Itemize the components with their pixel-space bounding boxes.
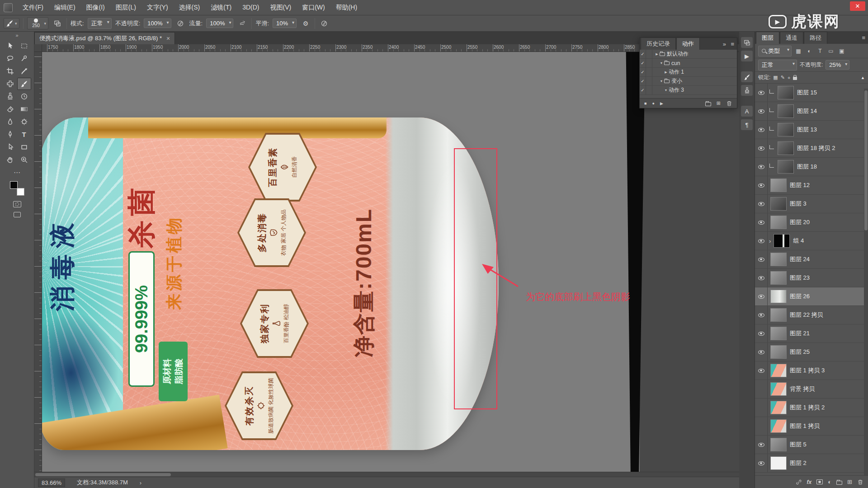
hand-tool[interactable]	[3, 154, 17, 166]
group-chevron-icon[interactable]: ›	[769, 238, 771, 244]
brush-settings-panel-icon[interactable]	[741, 71, 753, 82]
layer-name[interactable]: 图层 22 拷贝	[790, 311, 865, 319]
link-layers-icon[interactable]	[796, 479, 802, 485]
menu-item[interactable]: 3D(D)	[237, 0, 264, 15]
panel-menu-icon[interactable]: ≡	[731, 41, 734, 47]
layer-row[interactable]: › 图层 13	[755, 121, 868, 139]
menu-item[interactable]: 文字(Y)	[142, 0, 174, 15]
chevron-icon[interactable]: ▼	[663, 89, 669, 92]
layer-name[interactable]: 组 4	[793, 237, 865, 245]
delete-action-icon[interactable]	[726, 100, 732, 107]
character-panel-icon[interactable]: A	[741, 106, 753, 117]
layer-name[interactable]: 背景 拷贝	[790, 385, 865, 393]
layer-thumbnail[interactable]	[778, 160, 794, 174]
action-row[interactable]: ✓ ▼ 变小	[640, 77, 737, 86]
layer-thumbnail[interactable]	[774, 234, 790, 248]
layer-name[interactable]: 图层 1 拷贝 2	[790, 404, 865, 412]
dialog-toggle[interactable]	[646, 77, 652, 85]
new-set-icon[interactable]	[705, 102, 711, 106]
visibility-toggle[interactable]	[755, 250, 768, 268]
panel-collapse-icon[interactable]: »	[723, 41, 726, 47]
action-row[interactable]: ✓ ▼ cun	[640, 59, 737, 68]
layer-thumbnail[interactable]	[770, 382, 787, 396]
visibility-toggle[interactable]	[755, 324, 768, 343]
visibility-toggle[interactable]	[755, 232, 768, 250]
new-layer-icon[interactable]: ⊞	[847, 479, 852, 485]
layer-row[interactable]: › 图层 1 拷贝 2	[755, 399, 868, 417]
layer-thumbnail[interactable]	[770, 271, 787, 285]
stop-icon[interactable]: ■	[644, 101, 646, 106]
zoom-level-field[interactable]: 83.66%	[38, 479, 65, 487]
menu-item[interactable]: 帮助(H)	[330, 0, 363, 15]
visibility-toggle[interactable]	[755, 436, 768, 454]
visibility-toggle[interactable]	[755, 102, 768, 120]
layer-row[interactable]: › 图层 22 拷贝	[755, 306, 868, 324]
chevron-icon[interactable]: ▶	[654, 52, 660, 56]
layer-row[interactable]: › 图层 23	[755, 269, 868, 287]
layer-row[interactable]: › 组 4	[755, 232, 868, 250]
layer-row[interactable]: › 图层 25	[755, 343, 868, 361]
document-tab[interactable]: 便携式消毒液.psd @ 83.7% (图层 26, RGB/8) * ×	[34, 32, 175, 44]
visibility-toggle[interactable]	[755, 287, 768, 305]
layer-row[interactable]: › 图层 18 拷贝 2	[755, 139, 868, 158]
tab-actions[interactable]: 动作	[676, 38, 700, 50]
layer-thumbnail[interactable]	[770, 308, 787, 322]
foreground-color-swatch[interactable]	[10, 181, 18, 189]
layer-row[interactable]: › 图层 26	[755, 287, 868, 306]
brush-tool[interactable]	[17, 78, 31, 90]
layer-name[interactable]: 图层 1 拷贝	[790, 422, 865, 430]
check-icon[interactable]: ✓	[640, 59, 646, 67]
layer-name[interactable]: 图层 15	[797, 89, 865, 97]
layer-thumbnail[interactable]	[770, 401, 787, 414]
filter-type-select[interactable]: 类型	[758, 46, 792, 56]
move-tool[interactable]	[3, 40, 17, 52]
lock-transparency-icon[interactable]: ▦	[773, 75, 778, 80]
pressure-size-icon[interactable]	[319, 18, 330, 29]
layer-thumbnail[interactable]	[778, 141, 794, 155]
color-swatches[interactable]	[9, 180, 26, 197]
layers-scrollbar-thumb[interactable]	[864, 90, 868, 230]
layer-row[interactable]: › 图层 1 拷贝 3	[755, 361, 868, 380]
tab-history[interactable]: 历史记录	[641, 38, 676, 50]
visibility-toggle[interactable]	[755, 269, 768, 287]
dialog-toggle[interactable]	[646, 68, 652, 76]
layer-name[interactable]: 图层 2	[790, 459, 865, 467]
visibility-toggle[interactable]	[755, 343, 768, 361]
history-brush-tool[interactable]	[17, 90, 31, 103]
layer-row[interactable]: › 图层 2	[755, 454, 868, 473]
layer-row[interactable]: › 图层 1 拷贝	[755, 417, 868, 436]
chevron-icon[interactable]: ▼	[659, 61, 664, 65]
tab-close-icon[interactable]: ×	[166, 35, 170, 42]
tab-channels[interactable]: 通道	[780, 32, 803, 44]
check-icon[interactable]: ✓	[640, 68, 646, 76]
layer-thumbnail[interactable]	[770, 364, 787, 377]
tab-layers[interactable]: 图层	[756, 32, 779, 44]
visibility-toggle[interactable]	[755, 213, 768, 231]
visibility-toggle[interactable]	[755, 176, 768, 194]
layer-row[interactable]: › 图层 21	[755, 324, 868, 343]
visibility-toggle[interactable]	[755, 306, 768, 324]
blur-tool[interactable]	[3, 116, 17, 128]
layer-name[interactable]: 图层 12	[790, 181, 863, 189]
zoom-tool[interactable]	[17, 154, 31, 166]
layers-scrollbar[interactable]	[864, 89, 868, 475]
layer-name[interactable]: 图层 21	[790, 329, 865, 338]
layer-row[interactable]: › 图层 18	[755, 158, 868, 176]
layer-name[interactable]: 图层 23	[790, 274, 865, 282]
filter-adjustment-icon[interactable]: ◐	[805, 48, 813, 54]
blend-mode-select[interactable]: 正常	[88, 18, 112, 29]
layer-name[interactable]: 图层 18 拷贝 2	[797, 144, 865, 152]
opacity-select[interactable]: 100%	[144, 19, 171, 28]
smoothing-select[interactable]: 10%	[273, 19, 297, 28]
visibility-toggle[interactable]	[755, 195, 768, 213]
layer-row[interactable]: › 图层 5	[755, 436, 868, 454]
new-action-icon[interactable]: ⊞	[717, 100, 721, 106]
layer-row[interactable]: › 图层 14	[755, 102, 868, 121]
menu-item[interactable]: 编辑(E)	[49, 0, 81, 15]
window-close-button[interactable]: ✕	[850, 1, 865, 11]
menu-item[interactable]: 视图(V)	[264, 0, 297, 15]
menu-item[interactable]: 文件(F)	[17, 0, 49, 15]
adjustment-layer-icon[interactable]: ◐	[828, 479, 831, 485]
toolbar-collapse-icon[interactable]: »	[0, 32, 34, 39]
edit-toolbar-icon[interactable]: ⋯	[0, 169, 34, 177]
